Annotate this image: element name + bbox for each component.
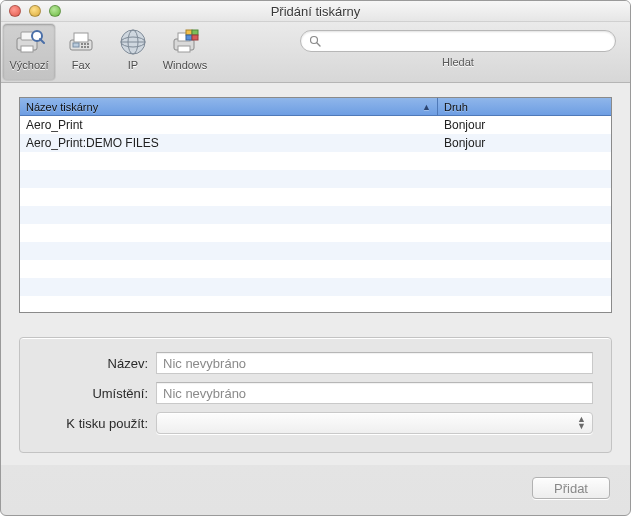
table-row[interactable] bbox=[20, 170, 611, 188]
toolbar-item-fax[interactable]: Fax bbox=[55, 24, 107, 80]
form-row-use: K tisku použít: ▲▼ bbox=[38, 412, 593, 434]
column-header-name[interactable]: Název tiskárny ▲ bbox=[20, 98, 438, 116]
details-panel: Název: Nic nevybráno Umístění: Nic nevyb… bbox=[19, 337, 612, 453]
minimize-icon[interactable] bbox=[29, 5, 41, 17]
toolbar-item-windows[interactable]: Windows bbox=[159, 24, 211, 80]
printer-search-icon bbox=[13, 26, 45, 58]
close-icon[interactable] bbox=[9, 5, 21, 17]
toolbar-item-label: Výchozí bbox=[9, 59, 48, 71]
form-row-location: Umístění: Nic nevybráno bbox=[38, 382, 593, 404]
table-row[interactable]: Aero_Print:DEMO FILES Bonjour bbox=[20, 134, 611, 152]
svg-rect-7 bbox=[73, 43, 79, 47]
label-use: K tisku použít: bbox=[38, 416, 148, 431]
toolbar-item-ip[interactable]: IP bbox=[107, 24, 159, 80]
column-header-kind-label: Druh bbox=[444, 101, 468, 113]
footer: Přidat bbox=[1, 465, 630, 515]
svg-line-26 bbox=[317, 43, 320, 46]
svg-rect-23 bbox=[186, 35, 192, 40]
search-label: Hledat bbox=[442, 56, 474, 68]
table-row[interactable] bbox=[20, 188, 611, 206]
svg-rect-8 bbox=[81, 43, 83, 45]
content-area: Název tiskárny ▲ Druh Aero_Print Bonjour… bbox=[1, 83, 630, 465]
svg-rect-9 bbox=[84, 43, 86, 45]
search-input[interactable] bbox=[321, 34, 607, 48]
label-name: Název: bbox=[38, 356, 148, 371]
svg-point-25 bbox=[311, 37, 318, 44]
toolbar-item-label: IP bbox=[128, 59, 138, 71]
use-select[interactable]: ▲▼ bbox=[156, 412, 593, 434]
search-group: Hledat bbox=[300, 30, 616, 68]
window-title: Přidání tiskárny bbox=[1, 4, 630, 19]
printer-table: Název tiskárny ▲ Druh Aero_Print Bonjour… bbox=[19, 97, 612, 313]
svg-rect-10 bbox=[87, 43, 89, 45]
globe-icon bbox=[117, 26, 149, 58]
cell-printer-kind: Bonjour bbox=[438, 118, 611, 132]
svg-rect-6 bbox=[74, 33, 88, 42]
svg-rect-20 bbox=[178, 46, 190, 52]
toolbar-item-label: Fax bbox=[72, 59, 90, 71]
location-field[interactable]: Nic nevybráno bbox=[156, 382, 593, 404]
table-row[interactable] bbox=[20, 296, 611, 312]
column-header-kind[interactable]: Druh bbox=[438, 98, 611, 116]
label-location: Umístění: bbox=[38, 386, 148, 401]
toolbar-items: Výchozí Fax bbox=[3, 24, 211, 80]
table-row[interactable] bbox=[20, 206, 611, 224]
svg-rect-24 bbox=[192, 35, 198, 40]
name-field[interactable]: Nic nevybráno bbox=[156, 352, 593, 374]
zoom-icon[interactable] bbox=[49, 5, 61, 17]
table-body: Aero_Print Bonjour Aero_Print:DEMO FILES… bbox=[20, 116, 611, 312]
window-controls bbox=[1, 5, 61, 17]
svg-rect-2 bbox=[21, 46, 33, 52]
table-header: Název tiskárny ▲ Druh bbox=[20, 98, 611, 116]
cell-printer-name: Aero_Print:DEMO FILES bbox=[20, 136, 438, 150]
add-button-label: Přidat bbox=[554, 481, 588, 496]
cell-printer-name: Aero_Print bbox=[20, 118, 438, 132]
table-row[interactable]: Aero_Print Bonjour bbox=[20, 116, 611, 134]
toolbar-item-label: Windows bbox=[163, 59, 208, 71]
add-printer-window: Přidání tiskárny Výchozí bbox=[0, 0, 631, 516]
windows-printer-icon bbox=[169, 26, 201, 58]
select-arrows-icon: ▲▼ bbox=[577, 416, 586, 430]
titlebar: Přidání tiskárny bbox=[1, 1, 630, 22]
name-field-value: Nic nevybráno bbox=[163, 356, 246, 371]
toolbar: Výchozí Fax bbox=[1, 22, 630, 83]
table-row[interactable] bbox=[20, 152, 611, 170]
location-field-value: Nic nevybráno bbox=[163, 386, 246, 401]
table-row[interactable] bbox=[20, 224, 611, 242]
svg-rect-13 bbox=[87, 46, 89, 48]
form-row-name: Název: Nic nevybráno bbox=[38, 352, 593, 374]
table-row[interactable] bbox=[20, 242, 611, 260]
search-field-wrap[interactable] bbox=[300, 30, 616, 52]
fax-icon bbox=[65, 26, 97, 58]
search-icon bbox=[309, 35, 321, 47]
svg-line-4 bbox=[40, 39, 44, 43]
svg-rect-12 bbox=[84, 46, 86, 48]
svg-rect-11 bbox=[81, 46, 83, 48]
cell-printer-kind: Bonjour bbox=[438, 136, 611, 150]
table-row[interactable] bbox=[20, 278, 611, 296]
sort-ascending-icon: ▲ bbox=[422, 102, 431, 112]
add-button[interactable]: Přidat bbox=[532, 477, 610, 499]
svg-rect-22 bbox=[192, 30, 198, 35]
toolbar-item-default[interactable]: Výchozí bbox=[3, 24, 55, 80]
table-row[interactable] bbox=[20, 260, 611, 278]
column-header-name-label: Název tiskárny bbox=[26, 101, 98, 113]
svg-rect-21 bbox=[186, 30, 192, 35]
